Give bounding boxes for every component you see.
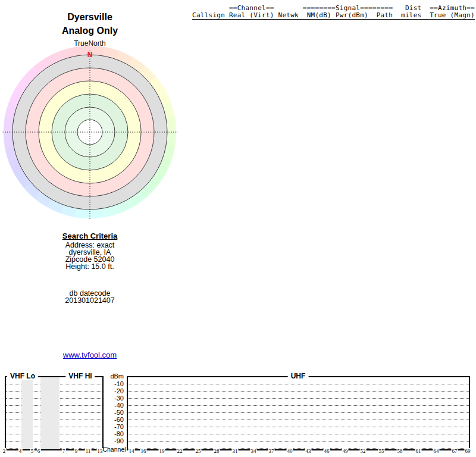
north-letter: N: [87, 51, 93, 59]
channel-tick-label: 11: [85, 448, 92, 454]
tvfool-link[interactable]: www.tvfool.com: [1, 350, 179, 359]
search-criteria-footer: db datecode201301021407: [1, 290, 179, 304]
gridline-uhf: [128, 391, 469, 392]
gridline-uhf: [128, 412, 469, 413]
channel-tick-label: 9: [74, 448, 79, 454]
table-header-line2: Callsign Real (Virt) Netwk NM(dB) Pwr(dB…: [192, 12, 475, 20]
channel-tick-label: 5: [30, 448, 35, 454]
gridline-uhf: [128, 405, 469, 406]
y-axis-tick-label: -90: [100, 437, 124, 445]
channel-tick-label: 7: [62, 448, 66, 454]
gridline-uhf: [128, 420, 469, 420]
gridline-uhf: [128, 384, 469, 384]
channel-tick-label: 61: [415, 448, 422, 454]
channel-tick-label: 19: [159, 448, 165, 454]
dbm-axis-label: dBm: [100, 372, 124, 380]
channel-tick-label: 4: [18, 448, 23, 454]
report-title-location: Dyersville: [1, 12, 179, 22]
gridline-uhf: [128, 398, 469, 399]
report-title-mode: Analog Only: [1, 26, 179, 36]
channel-tick-label: 46: [324, 448, 330, 454]
channel-tick-label: 2: [2, 448, 7, 454]
channel-tick-label: 58: [397, 448, 403, 454]
frequency-gap-band: [40, 377, 60, 449]
channel-tick-label: 43: [305, 448, 312, 454]
search-criteria-heading-text: Search Criteria: [62, 231, 118, 240]
channel-tick-label: 69: [465, 448, 471, 454]
channel-tick-label: 49: [342, 448, 349, 454]
channel-tick-label: 25: [195, 448, 202, 454]
channel-tick-label: 40: [287, 448, 293, 454]
channel-tick-label: 22: [177, 448, 183, 454]
gridline-uhf: [128, 427, 469, 427]
search-criteria-line: Height: 15.0 ft.: [1, 263, 179, 270]
gridline-uhf: [128, 441, 469, 442]
search-criteria-heading: Search Criteria: [1, 231, 179, 240]
channel-tick-label: 64: [433, 448, 440, 454]
gridline-uhf: [128, 434, 469, 434]
radar-plot: N: [1, 43, 179, 221]
channel-tick-label: 16: [140, 448, 147, 454]
search-criteria-footer-line: 201301021407: [1, 297, 179, 304]
channel-tick-label: 37: [268, 448, 275, 454]
channel-tick-label: 31: [232, 448, 239, 454]
band-label: VHF Lo: [7, 373, 38, 380]
band-label: VHF Hi: [65, 373, 95, 380]
tvfool-report-page: ==Channel== ========Signal======== Dist …: [0, 0, 476, 457]
table-header-line1: ==Channel== ========Signal======== Dist …: [192, 5, 475, 11]
uhf-panel: [127, 376, 470, 450]
channel-tick-label: 67: [452, 448, 458, 454]
channel-tick-label: 52: [360, 448, 367, 454]
channel-tick-label: 55: [378, 448, 385, 454]
frequency-gap-band: [21, 377, 33, 449]
channel-axis-label: Channel: [102, 445, 126, 453]
channel-tick-label: 14: [129, 448, 135, 454]
channel-tick-label: 28: [214, 448, 220, 454]
channel-tick-label: 34: [250, 448, 257, 454]
channel-tick-label: 6: [37, 448, 41, 454]
search-criteria-lines: Address: exactdyersville, IAZipcode 5204…: [1, 242, 179, 270]
band-label: UHF: [288, 373, 309, 380]
